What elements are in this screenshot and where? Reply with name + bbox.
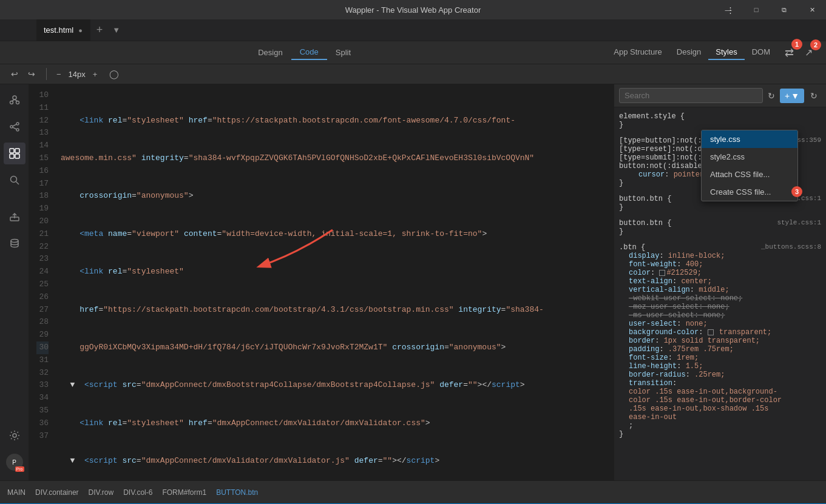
tab-styles[interactable]: Styles [708,45,744,60]
zoom-level: 14px [69,70,86,79]
dropdown-item-attach-css[interactable]: Attach CSS file... [702,166,797,183]
file-tab[interactable]: test.html ● [36,19,90,41]
breadcrumb-div-row[interactable]: DIV.row [89,488,114,497]
code-lines: <link rel="stylesheet" href="https://sta… [53,84,614,480]
dropdown-item-create-css[interactable]: Create CSS file... 3 [702,183,797,201]
svg-line-9 [13,127,16,129]
tab-split[interactable]: Split [327,45,359,60]
breadcrumb-div-col6[interactable]: DIV.col-6 [123,488,152,497]
sidebar-icon-share[interactable] [4,116,25,138]
avatar[interactable]: P Pro [4,451,25,473]
zoom-plus[interactable]: + [90,70,100,79]
editor-content: 10 11 12 13 14 15 16 17 18 19 20 21 22 2… [29,84,614,480]
sidebar-icon-search[interactable] [4,169,25,191]
tab-app-structure[interactable]: App Structure [606,45,669,60]
svg-point-2 [16,101,19,104]
sidebar-icon-database[interactable] [4,232,25,254]
svg-line-4 [15,99,18,101]
tab-code[interactable]: Code [291,45,327,60]
badge-2: 2 [810,39,821,50]
code-editor[interactable]: 10 11 12 13 14 15 16 17 18 19 20 21 22 2… [29,84,614,480]
editor-top-bar: ↩ ↪ − 14px + ◯ [0,64,826,84]
tab-close-icon[interactable]: ● [78,27,83,34]
undo-btn[interactable]: ↩ [7,67,22,81]
breadcrumb-main[interactable]: MAIN [7,488,25,497]
sidebar-icon-connection[interactable] [4,89,25,111]
menu-btn[interactable]: ⋮ [719,0,741,19]
right-panel: ↻ + ▼ style.css style2.css Attach CSS fi… [614,84,826,480]
maximize-btn[interactable]: □ [742,0,770,19]
undo-redo-group: ↩ ↪ [7,67,39,81]
dropdown-arrow-icon: ▼ [791,91,799,101]
main-layout: P Pro 10 11 12 13 14 15 16 17 18 19 20 2… [0,84,826,480]
search-input[interactable] [619,88,763,103]
svg-line-8 [13,124,16,126]
app-title: Wappler - The Visual Web App Creator [345,5,481,15]
add-css-btn[interactable]: + ▼ [780,89,804,103]
title-bar: Wappler - The Visual Web App Creator — □… [0,0,826,19]
toolbar-right: App Structure Design Styles DOM ⇄ 1 ↗ 2 [606,44,816,62]
svg-point-19 [13,434,16,437]
css-rule-button-btn-style: button.btn { style.css:1 } [619,219,821,236]
panel-tabs: App Structure Design Styles DOM [606,45,777,60]
main-toolbar: Design Code Split App Structure Design S… [0,41,826,64]
svg-line-15 [16,182,19,185]
fullscreen-btn[interactable]: ⧉ [770,0,798,19]
svg-rect-13 [15,154,19,158]
zoom-minus[interactable]: − [54,70,64,79]
tab-design[interactable]: Design [669,45,708,60]
search-refresh-btn[interactable]: ↻ [765,90,777,102]
search-bar: ↻ + ▼ style.css style2.css Attach CSS fi… [614,84,826,107]
refresh-btn[interactable]: ↻ [807,90,821,102]
svg-rect-12 [10,154,14,158]
dropdown-item-style2-css[interactable]: style2.css [702,148,797,166]
tab-bar: test.html ● + ▼ [0,19,826,41]
sidebar-icons: P Pro [0,84,29,480]
close-btn[interactable]: ✕ [798,0,826,19]
svg-point-5 [16,123,19,125]
svg-point-6 [10,126,13,128]
new-tab-btn[interactable]: + [90,24,109,36]
svg-point-7 [16,129,19,131]
css-dropdown-menu: style.css style2.css Attach CSS file... … [701,130,798,201]
svg-line-3 [12,99,15,101]
svg-point-0 [13,96,16,99]
view-tabs: Design Code Split [249,45,359,60]
tab-dropdown-btn[interactable]: ▼ [109,25,124,35]
css-rule-btn: .btn { _buttons.scss:8 display: inline-b… [619,243,821,438]
panel-collapse-btn[interactable]: ⇄ 1 [781,44,797,62]
sidebar-icon-settings[interactable] [4,425,25,446]
sidebar-icon-components[interactable] [4,143,25,164]
svg-rect-10 [10,149,14,153]
tab-dom[interactable]: DOM [745,45,777,60]
line-numbers: 10 11 12 13 14 15 16 17 18 19 20 21 22 2… [29,84,53,480]
tab-design[interactable]: Design [249,45,291,60]
redo-btn[interactable]: ↪ [24,67,39,81]
svg-rect-11 [15,149,19,153]
tab-label: test.html [44,25,73,35]
breadcrumb-div-container[interactable]: DIV.container [35,488,79,497]
svg-point-14 [10,176,16,183]
expand-btn[interactable]: ↗ 2 [801,44,816,61]
dropdown-item-style-css[interactable]: style.css [702,130,797,148]
breadcrumb-button[interactable]: BUTTON.btn [216,488,258,497]
svg-point-18 [11,240,18,243]
toolbar-separator [46,68,47,80]
sidebar-icon-deploy[interactable] [4,206,25,227]
css-rule-element-style: element.style { } [619,112,821,129]
sync-btn[interactable]: ◯ [104,69,124,79]
breadcrumb-bar: MAIN DIV.container DIV.row DIV.col-6 FOR… [0,480,826,503]
badge-3: 3 [791,186,802,197]
breadcrumb-form[interactable]: FORM#form1 [162,488,206,497]
window-controls: — □ ⧉ ✕ ⋮ [714,0,826,19]
plus-icon: + [785,91,790,101]
svg-point-1 [10,101,13,104]
